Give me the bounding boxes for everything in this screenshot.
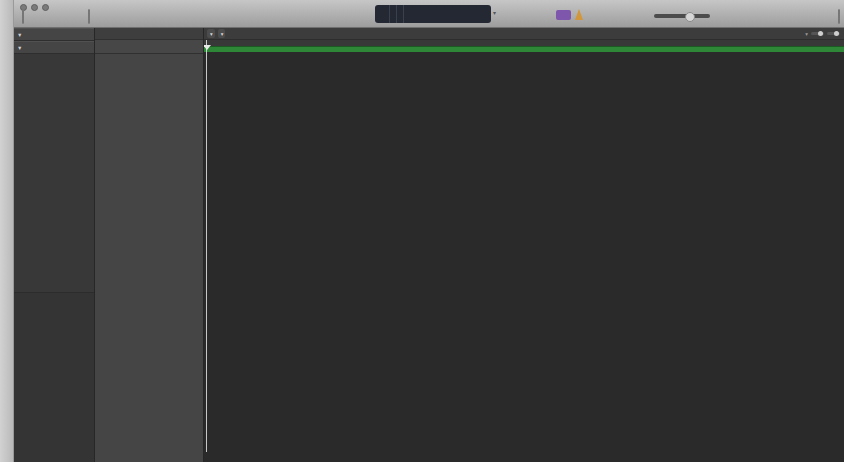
app-window: ▾ ▼ ▼ ▾ ▾ xyxy=(14,0,844,462)
secondary-tool-menu[interactable]: ▾ xyxy=(218,29,226,38)
track-area-menubar xyxy=(95,28,203,40)
master-volume-slider[interactable] xyxy=(654,14,710,18)
arrange-area: ▾ ▾ ▾ xyxy=(204,28,844,462)
track-area-toolbar xyxy=(95,40,203,54)
lcd-timesig[interactable] xyxy=(404,5,410,23)
title-toolbar: ▾ xyxy=(14,0,844,28)
view-toggle-group xyxy=(88,9,90,24)
playhead[interactable] xyxy=(206,40,207,452)
channel-strips xyxy=(14,292,95,462)
logic-pro-window: ▾ ▼ ▼ ▾ ▾ xyxy=(0,0,844,462)
chevron-down-icon: ▾ xyxy=(805,31,808,37)
panel-toggle-group xyxy=(22,9,24,24)
marker-track[interactable] xyxy=(204,46,844,52)
disclosure-triangle-icon: ▼ xyxy=(17,32,22,38)
metronome-icon[interactable] xyxy=(575,9,583,20)
disclosure-triangle-icon: ▼ xyxy=(17,45,22,51)
master-volume-thumb[interactable] xyxy=(685,12,695,22)
lcd-key[interactable] xyxy=(397,5,404,23)
track-list-panel xyxy=(95,28,204,462)
minimize-window-icon[interactable] xyxy=(31,4,38,11)
lcd-dropdown-icon[interactable]: ▾ xyxy=(493,9,496,16)
chevron-down-icon: ▾ xyxy=(221,31,224,37)
waveform-zoom-slider[interactable] xyxy=(811,32,824,35)
lcd-position[interactable] xyxy=(375,5,390,23)
macos-dock xyxy=(0,0,14,462)
arrange-tool-row: ▾ ▾ ▾ xyxy=(204,28,844,40)
track-zoom-slider[interactable] xyxy=(827,32,840,35)
window-controls[interactable] xyxy=(20,4,49,11)
lcd-tempo[interactable] xyxy=(390,5,397,23)
pointer-tool-menu[interactable]: ▾ xyxy=(207,29,215,38)
chevron-down-icon: ▾ xyxy=(210,31,213,37)
zoom-window-icon[interactable] xyxy=(42,4,49,11)
browser-toggle-group xyxy=(838,9,840,24)
region-inspector-header[interactable]: ▼ xyxy=(14,28,94,41)
track-inspector-header[interactable]: ▼ xyxy=(14,41,94,54)
inspector-panel: ▼ ▼ xyxy=(14,28,95,462)
varispeed-badge[interactable] xyxy=(556,10,571,20)
lcd-display[interactable] xyxy=(375,5,491,23)
